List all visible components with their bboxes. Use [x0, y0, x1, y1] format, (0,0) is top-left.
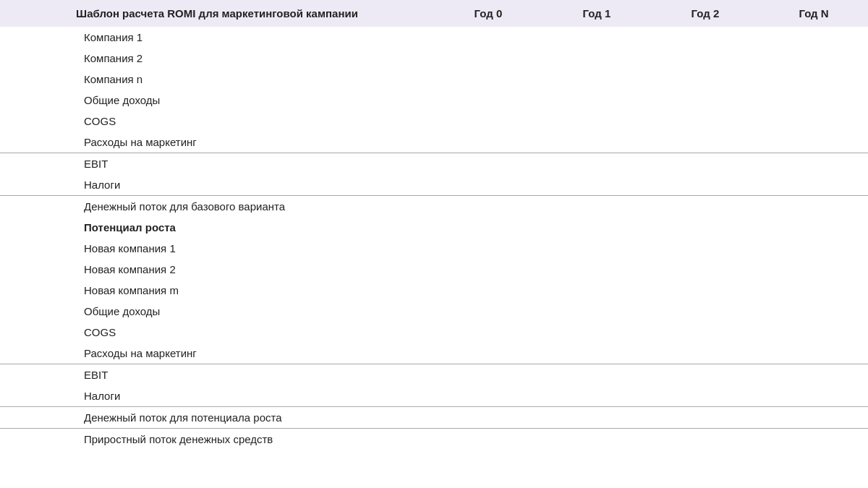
cell-year2	[651, 322, 760, 343]
cell-yearn	[760, 259, 868, 280]
row-label: COGS	[0, 322, 434, 343]
cell-year2	[651, 407, 760, 429]
table-row: EBIT	[0, 364, 868, 386]
cell-year2	[651, 90, 760, 111]
cell-yearn	[760, 69, 868, 90]
cell-year2	[651, 429, 760, 450]
row-label: EBIT	[0, 153, 434, 175]
row-label: Общие доходы	[0, 90, 434, 111]
table-row: Компания 2	[0, 48, 868, 69]
table-body: Компания 1Компания 2Компания nОбщие дохо…	[0, 27, 868, 450]
row-label: Расходы на маркетинг	[0, 132, 434, 153]
table-row: EBIT	[0, 153, 868, 175]
cell-year1	[542, 174, 651, 196]
cell-yearn	[760, 174, 868, 196]
header-col4: Год 2	[651, 0, 760, 27]
row-label: Потенциал роста	[0, 217, 434, 238]
row-label: Денежный поток для потенциала роста	[0, 407, 434, 429]
cell-yearn	[760, 407, 868, 429]
table-row: COGS	[0, 322, 868, 343]
cell-yearn	[760, 301, 868, 322]
cell-year2	[651, 217, 760, 238]
cell-yearn	[760, 385, 868, 407]
cell-year0	[434, 385, 542, 407]
row-label: Компания 2	[0, 48, 434, 69]
cell-year0	[434, 407, 542, 429]
cell-year1	[542, 27, 651, 48]
cell-year2	[651, 385, 760, 407]
table-row: Расходы на маркетинг	[0, 343, 868, 364]
cell-year1	[542, 111, 651, 132]
cell-yearn	[760, 90, 868, 111]
cell-year0	[434, 153, 542, 175]
cell-year0	[434, 196, 542, 218]
table-row: Новая компания 1	[0, 238, 868, 259]
cell-year1	[542, 153, 651, 175]
row-label: Компания n	[0, 69, 434, 90]
cell-yearn	[760, 153, 868, 175]
row-label: Новая компания m	[0, 280, 434, 301]
cell-year1	[542, 407, 651, 429]
cell-yearn	[760, 343, 868, 364]
cell-year0	[434, 132, 542, 153]
cell-year0	[434, 238, 542, 259]
cell-year1	[542, 69, 651, 90]
cell-year1	[542, 48, 651, 69]
table-wrapper: Шаблон расчета ROMI для маркетинговой ка…	[0, 0, 868, 488]
cell-year2	[651, 48, 760, 69]
table-row: Налоги	[0, 174, 868, 196]
table-row: COGS	[0, 111, 868, 132]
cell-year2	[651, 364, 760, 386]
table-row: Компания 1	[0, 27, 868, 48]
row-label: Новая компания 1	[0, 238, 434, 259]
cell-year2	[651, 69, 760, 90]
row-label: Новая компания 2	[0, 259, 434, 280]
cell-year1	[542, 385, 651, 407]
cell-year1	[542, 322, 651, 343]
header-col5: Год N	[760, 0, 868, 27]
cell-year2	[651, 259, 760, 280]
header-col1: Шаблон расчета ROMI для маркетинговой ка…	[0, 0, 434, 27]
cell-year0	[434, 48, 542, 69]
row-label: Налоги	[0, 174, 434, 196]
row-label: Налоги	[0, 385, 434, 407]
cell-yearn	[760, 132, 868, 153]
cell-year0	[434, 259, 542, 280]
cell-year1	[542, 280, 651, 301]
row-label: Общие доходы	[0, 301, 434, 322]
cell-year0	[434, 429, 542, 450]
cell-year2	[651, 153, 760, 175]
row-label: EBIT	[0, 364, 434, 386]
cell-year0	[434, 343, 542, 364]
table-row: Общие доходы	[0, 301, 868, 322]
table-row: Приростный поток денежных средств	[0, 429, 868, 450]
cell-year0	[434, 280, 542, 301]
header-col3: Год 1	[542, 0, 651, 27]
cell-year2	[651, 238, 760, 259]
cell-year0	[434, 174, 542, 196]
cell-year2	[651, 280, 760, 301]
cell-year1	[542, 90, 651, 111]
cell-year2	[651, 343, 760, 364]
cell-yearn	[760, 217, 868, 238]
cell-year1	[542, 259, 651, 280]
table-row: Потенциал роста	[0, 217, 868, 238]
cell-year0	[434, 111, 542, 132]
header-col2: Год 0	[434, 0, 542, 27]
cell-year2	[651, 196, 760, 218]
cell-year1	[542, 217, 651, 238]
cell-year0	[434, 27, 542, 48]
table-row: Расходы на маркетинг	[0, 132, 868, 153]
cell-year2	[651, 174, 760, 196]
cell-year2	[651, 132, 760, 153]
row-label: Денежный поток для базового варианта	[0, 196, 434, 218]
cell-year0	[434, 301, 542, 322]
table-row: Денежный поток для потенциала роста	[0, 407, 868, 429]
table-row: Налоги	[0, 385, 868, 407]
table-row: Денежный поток для базового варианта	[0, 196, 868, 218]
row-label: Расходы на маркетинг	[0, 343, 434, 364]
cell-year1	[542, 196, 651, 218]
cell-yearn	[760, 280, 868, 301]
cell-year1	[542, 343, 651, 364]
cell-year1	[542, 301, 651, 322]
